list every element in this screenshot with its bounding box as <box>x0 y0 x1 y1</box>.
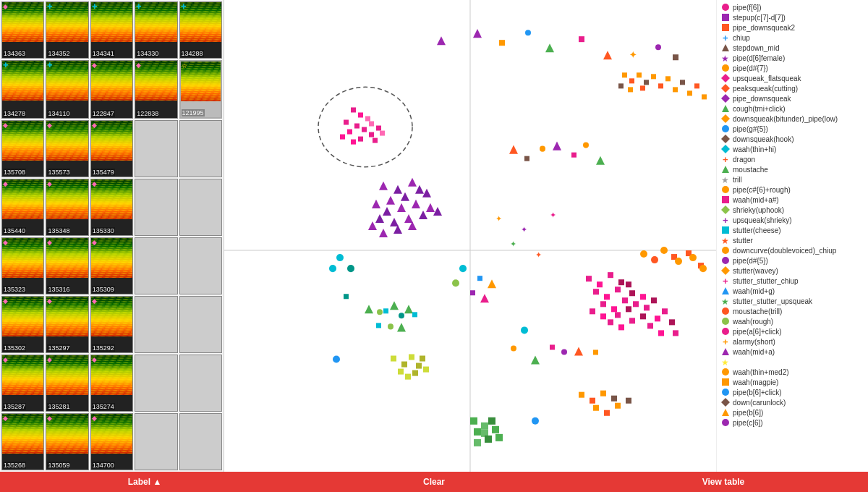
legend-item[interactable]: stepup(c[7]-d[7]) <box>721 13 864 22</box>
legend-item[interactable]: +dragon <box>721 155 864 164</box>
legend-item[interactable]: moustache(trill) <box>721 307 864 315</box>
thumbnail-item[interactable] <box>135 413 177 470</box>
thumbnail-item[interactable] <box>179 179 222 236</box>
thumbnail-item[interactable]: 135287◆ <box>1 355 44 412</box>
thumbnail-item[interactable]: 134363◆ <box>1 1 44 59</box>
thumbnail-item[interactable] <box>179 413 222 470</box>
label-button[interactable]: Label ▲ <box>0 472 289 492</box>
thumbnail-item[interactable]: 135302◆ <box>1 296 44 353</box>
legend-item[interactable]: shrieky(uphook) <box>721 205 864 214</box>
legend-item[interactable]: downsqueak(bitunder)_pipe(low) <box>721 114 864 123</box>
legend-item[interactable]: waah(thin+med2) <box>721 368 864 376</box>
thumbnail-item[interactable]: 135274◆ <box>90 355 133 412</box>
thumbnail-item[interactable] <box>135 355 177 412</box>
thumbnail-item[interactable] <box>135 120 177 177</box>
legend-icon <box>721 266 730 275</box>
legend-item[interactable]: pipe(c[6]) <box>721 418 864 427</box>
thumbnail-item[interactable]: 122847◆ <box>90 60 133 119</box>
thumbnail-item[interactable]: 134110✚ <box>46 60 88 119</box>
thumbnail-item[interactable]: 134278✚ <box>1 60 44 119</box>
thumbnail-item[interactable]: 135440◆ <box>1 179 44 236</box>
thumbnail-item[interactable]: 134341✚ <box>90 1 133 59</box>
legend-item[interactable]: pipe(d#{5}) <box>721 256 864 265</box>
legend-item[interactable]: pipe(b[6]+click) <box>721 388 864 396</box>
view-table-button[interactable]: View table <box>579 472 868 492</box>
legend-item[interactable]: ★stutter <box>721 236 864 245</box>
thumbnail-item[interactable]: 135292◆ <box>90 296 133 353</box>
thumbnail-item[interactable]: 135316◆ <box>46 237 88 294</box>
thumbnail-item[interactable]: 135323◆ <box>1 237 44 294</box>
legend-item[interactable]: pipe(d#{7}) <box>721 64 864 72</box>
svg-marker-150 <box>531 356 540 365</box>
clear-button[interactable]: Clear <box>289 472 579 492</box>
svg-rect-36 <box>628 87 633 92</box>
legend-item[interactable]: stutter(wavey) <box>721 266 864 275</box>
thumbnail-item[interactable]: 135268◆ <box>1 413 44 470</box>
svg-rect-28 <box>622 72 627 77</box>
thumbnail-item[interactable]: 135479◆ <box>90 120 133 177</box>
thumbnail-item[interactable]: 134352✚ <box>46 1 88 59</box>
legend-item[interactable]: +chiup <box>721 33 864 42</box>
legend-item[interactable]: ★ <box>721 357 864 366</box>
legend-label: pipe(c#{6}+rough) <box>733 186 791 194</box>
legend-item[interactable]: +upsqueak(shrieky) <box>721 216 864 224</box>
legend-item[interactable]: waah(magpie) <box>721 378 864 386</box>
scatter-plot[interactable]: ✦ <box>224 0 716 472</box>
legend-item[interactable]: pipe(b[6]) <box>721 408 864 417</box>
legend-item[interactable]: pipe(c#{6}+rough) <box>721 185 864 194</box>
thumbnail-item[interactable] <box>135 237 177 294</box>
legend-item[interactable]: stutter(cheese) <box>721 226 864 234</box>
legend-item[interactable]: +alarmy(short) <box>721 337 864 346</box>
thumbnail-item[interactable] <box>135 179 177 236</box>
thumbnail-item[interactable]: 135297◆ <box>46 296 88 353</box>
thumbnail-item[interactable]: 134288✚ <box>179 1 222 59</box>
legend-item[interactable]: pipe_downsqueak2 <box>721 23 864 32</box>
thumbnail-item[interactable] <box>179 296 222 353</box>
legend-item[interactable]: down(carunlock) <box>721 398 864 407</box>
legend-item[interactable]: waah(mid+a#) <box>721 195 864 204</box>
thumbnail-id: 134341 <box>92 50 115 57</box>
thumbnail-item[interactable] <box>179 237 222 294</box>
thumbnail-item[interactable]: 134330✚ <box>135 1 177 59</box>
thumbnail-item[interactable]: 134700◆ <box>90 413 133 470</box>
legend-item[interactable]: waah(rough) <box>721 317 864 326</box>
legend-item[interactable]: downsqueak(hook) <box>721 135 864 143</box>
svg-point-182 <box>722 125 729 132</box>
legend-item[interactable]: waah(thin+hi) <box>721 145 864 153</box>
thumbnail-item[interactable]: 135708◆ <box>1 120 44 177</box>
thumbnail-item[interactable]: 121995☆ <box>179 60 222 119</box>
legend-item[interactable]: ★stutter_stutter_upsqueak <box>721 297 864 305</box>
legend-item[interactable]: pipe(f[6]) <box>721 3 864 12</box>
legend-item[interactable]: pipe(a[6]+click) <box>721 327 864 336</box>
thumbnail-item[interactable]: 135330◆ <box>90 179 133 236</box>
thumbnail-item[interactable]: 135059◆ <box>46 413 88 470</box>
thumbnail-item[interactable]: 135348◆ <box>46 179 88 236</box>
thumbnail-item[interactable]: 122838◆ <box>135 60 177 119</box>
legend-item[interactable]: waah(mid+a) <box>721 347 864 356</box>
thumbnail-item[interactable]: 135281◆ <box>46 355 88 412</box>
svg-rect-116 <box>647 323 653 328</box>
svg-marker-198 <box>722 287 729 294</box>
thumbnail-item[interactable] <box>135 296 177 353</box>
thumbnail-item[interactable] <box>179 120 222 177</box>
legend-item[interactable]: waah(mid+g) <box>721 287 864 295</box>
legend-item[interactable]: +stutter_stutter_chiup <box>721 276 864 285</box>
legend-item[interactable]: moustache <box>721 165 864 174</box>
legend-item[interactable]: pipe_downsqueak <box>721 94 864 103</box>
svg-rect-34 <box>665 76 671 81</box>
thumbnail-item[interactable]: 135573◆ <box>46 120 88 177</box>
legend-item[interactable]: ★pipe(d[6]female) <box>721 54 864 62</box>
legend-item[interactable]: downcurve(doublevoiced)_chiup <box>721 246 864 255</box>
legend-item[interactable]: cough(tmi+click) <box>721 104 864 113</box>
legend-label: alarmy(short) <box>733 338 775 346</box>
thumbnail-icon: ◆ <box>92 62 97 69</box>
svg-point-21 <box>525 30 531 35</box>
legend-item[interactable]: upsqueak_flatsqueak <box>721 74 864 82</box>
legend-item[interactable]: ★trill <box>721 175 864 184</box>
thumbnail-item[interactable]: 135309◆ <box>90 237 133 294</box>
thumbnail-item[interactable] <box>179 355 222 412</box>
legend-item[interactable]: peaksqueak(cutting) <box>721 84 864 93</box>
legend-item[interactable]: pipe(g#{5}) <box>721 124 864 133</box>
legend-item[interactable]: stepdown_mid <box>721 43 864 52</box>
thumbnail-grid[interactable]: 134363◆134352✚134341✚134330✚134288✚13427… <box>0 0 224 472</box>
